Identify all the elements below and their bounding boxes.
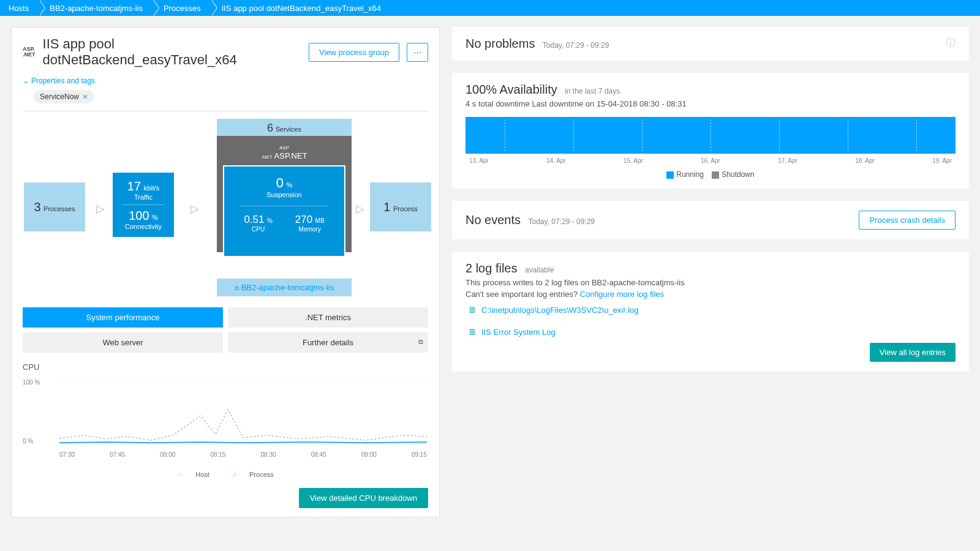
logs-description: This process writes to 2 log files on BB… (466, 278, 956, 287)
breadcrumb-processes[interactable]: Processes (155, 0, 213, 16)
outgoing-process[interactable]: 1 Process (370, 182, 431, 231)
more-actions-button[interactable]: ⋯ (407, 43, 428, 62)
tab-further-details[interactable]: Further details⧉ (228, 332, 428, 353)
chevron-right-icon: ▷ (190, 202, 199, 216)
host-link[interactable]: ⧉BB2-apache-tomcatjms-iis (217, 279, 352, 296)
problems-timerange: Today, 07:29 - 09:29 (543, 41, 609, 50)
incoming-processes[interactable]: 3 Processes (24, 182, 85, 231)
logs-title: 2 log files (466, 261, 518, 276)
chart-title: CPU (23, 362, 428, 372)
file-icon: 🗎 (468, 327, 477, 337)
problems-card: ⓘ No problems Today, 07:29 - 09:29 (452, 27, 969, 61)
availability-bar[interactable] (466, 117, 956, 154)
external-link-icon: ⧉ (418, 338, 423, 346)
breadcrumb-current: IIS app pool dotNetBackend_easyTravel_x6… (213, 0, 393, 16)
x-axis-labels: 07:3007:4508:0008:1508:3008:4509:0009:15 (59, 451, 427, 458)
cpu-chart: CPU 100 % 0 % 07:3007:4508:0008:1508:300… (12, 353, 439, 488)
breadcrumb: Hosts BB2-apache-tomcatjms-iis Processes… (0, 0, 980, 16)
availability-title: 100% Availability (466, 83, 557, 97)
traffic-box[interactable]: 17 kbit/s Traffic 100 % Connectivity (113, 173, 174, 237)
cpu-chart-svg[interactable] (59, 379, 427, 446)
process-crash-details-button[interactable]: Process crash details (859, 211, 956, 230)
logs-card: 2 log files available This process write… (452, 252, 969, 372)
events-card: No events Today, 07:29 - 09:29 Process c… (452, 201, 969, 239)
problems-title: No problems (466, 37, 535, 51)
configure-logs-link[interactable]: Configure more log files (580, 290, 664, 299)
chevron-down-icon: ⌄ (23, 77, 29, 85)
breadcrumb-hosts[interactable]: Hosts (0, 0, 41, 16)
breadcrumb-host[interactable]: BB2-apache-tomcatjms-iis (41, 0, 155, 16)
events-title: No events (466, 213, 521, 227)
downtime-text: 4 s total downtime Last downtime on 15-0… (466, 99, 956, 108)
process-detail-card: ASP..NET IIS app pool dotNetBackend_easy… (11, 27, 440, 517)
view-process-group-button[interactable]: View process group (309, 43, 399, 62)
log-file-2[interactable]: 🗎 IIS Error System Log (466, 321, 956, 343)
services-count[interactable]: 6 Services (217, 119, 352, 138)
external-link-icon: ⧉ (235, 285, 239, 291)
process-main-box[interactable]: ASP.NET ASP.NET 0 % Suspension 0.51 %CPU… (217, 136, 352, 252)
chevron-right-icon: ▷ (96, 202, 105, 216)
tab-system-performance[interactable]: System performance (23, 307, 223, 328)
properties-toggle[interactable]: ⌄ Properties and tags (12, 77, 439, 85)
availability-card: 100% Availability in the last 7 days 4 s… (452, 73, 969, 189)
view-all-log-entries-button[interactable]: View all log entries (870, 343, 956, 362)
availability-legend: Running Shutdown (466, 170, 956, 179)
log-file-1[interactable]: 🗎 C:\inetpub\logs\LogFiles\W3SVC2\u_ex#.… (466, 299, 956, 321)
info-icon[interactable]: ⓘ (946, 37, 956, 50)
remove-tag-icon[interactable]: × (83, 92, 88, 102)
tag-servicenow[interactable]: ServiceNow × (34, 90, 94, 103)
chevron-right-icon: ▷ (356, 202, 364, 216)
aspnet-icon: ASP..NET (23, 47, 36, 58)
file-icon: 🗎 (468, 305, 477, 315)
availability-x-labels: 13. Apr14. Apr15. Apr16. Apr17. Apr18. A… (466, 157, 956, 164)
topology-flow: 6 Services 3 Processes ▷ 17 kbit/s Traff… (12, 111, 439, 307)
tab-web-server[interactable]: Web server (23, 332, 223, 353)
view-cpu-breakdown-button[interactable]: View detailed CPU breakdown (299, 488, 428, 508)
tab-net-metrics[interactable]: .NET metrics (228, 307, 428, 328)
chart-legend: ⟍ Host ⟋ Process (23, 471, 428, 478)
page-title: IIS app pool dotNetBackend_easyTravel_x6… (43, 36, 302, 68)
